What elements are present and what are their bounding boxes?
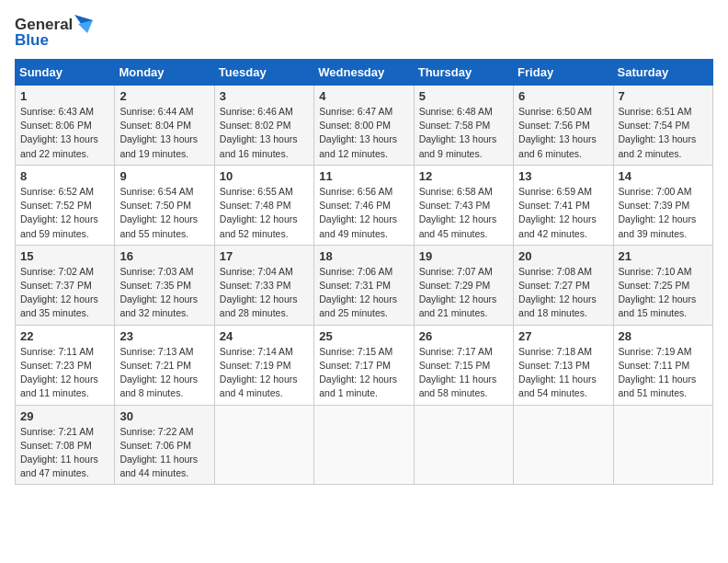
calendar-day-cell: 21Sunrise: 7:10 AMSunset: 7:25 PMDayligh… — [613, 245, 712, 325]
day-number: 25 — [319, 329, 408, 343]
day-number: 18 — [319, 249, 408, 263]
day-info: Sunrise: 6:50 AMSunset: 7:56 PMDaylight:… — [518, 105, 608, 161]
day-info: Sunrise: 7:04 AMSunset: 7:33 PMDaylight:… — [220, 265, 309, 321]
calendar-day-cell: 8Sunrise: 6:52 AMSunset: 7:52 PMDaylight… — [16, 165, 115, 245]
day-number: 4 — [319, 89, 408, 103]
day-info: Sunrise: 7:07 AMSunset: 7:29 PMDaylight:… — [419, 265, 508, 321]
day-number: 13 — [518, 169, 608, 183]
logo: General Blue — [15, 15, 93, 50]
calendar-week-row: 15Sunrise: 7:02 AMSunset: 7:37 PMDayligh… — [16, 245, 713, 325]
calendar-day-cell: 2Sunrise: 6:44 AMSunset: 8:04 PMDaylight… — [115, 86, 214, 166]
calendar-day-cell — [314, 405, 414, 485]
day-number: 1 — [20, 89, 109, 103]
day-info: Sunrise: 7:06 AMSunset: 7:31 PMDaylight:… — [319, 265, 408, 321]
day-number: 5 — [419, 89, 508, 103]
day-number: 8 — [20, 169, 109, 183]
calendar-day-cell — [214, 405, 313, 485]
day-number: 14 — [619, 169, 708, 183]
logo-bird-icon — [74, 15, 93, 35]
calendar-day-cell: 29Sunrise: 7:21 AMSunset: 7:08 PMDayligh… — [16, 405, 115, 485]
day-info: Sunrise: 6:55 AMSunset: 7:48 PMDaylight:… — [220, 185, 309, 241]
day-number: 23 — [119, 329, 209, 343]
day-number: 24 — [220, 329, 309, 343]
day-of-week-header: Monday — [115, 60, 214, 86]
day-number: 26 — [419, 329, 508, 343]
day-number: 30 — [119, 409, 209, 423]
day-info: Sunrise: 7:13 AMSunset: 7:21 PMDaylight:… — [119, 345, 209, 401]
calendar-day-cell: 14Sunrise: 7:00 AMSunset: 7:39 PMDayligh… — [613, 165, 712, 245]
day-info: Sunrise: 6:43 AMSunset: 8:06 PMDaylight:… — [20, 105, 109, 161]
calendar-header-row: SundayMondayTuesdayWednesdayThursdayFrid… — [16, 60, 713, 86]
calendar-day-cell: 1Sunrise: 6:43 AMSunset: 8:06 PMDaylight… — [16, 86, 115, 166]
calendar-table: SundayMondayTuesdayWednesdayThursdayFrid… — [15, 59, 713, 485]
calendar-day-cell: 3Sunrise: 6:46 AMSunset: 8:02 PMDaylight… — [214, 86, 313, 166]
calendar-week-row: 29Sunrise: 7:21 AMSunset: 7:08 PMDayligh… — [16, 405, 713, 485]
day-of-week-header: Wednesday — [314, 60, 414, 86]
day-of-week-header: Saturday — [613, 60, 712, 86]
logo-blue-text: Blue — [15, 31, 49, 50]
calendar-day-cell: 9Sunrise: 6:54 AMSunset: 7:50 PMDaylight… — [115, 165, 214, 245]
day-number: 28 — [619, 329, 708, 343]
day-info: Sunrise: 6:48 AMSunset: 7:58 PMDaylight:… — [419, 105, 508, 161]
day-info: Sunrise: 7:03 AMSunset: 7:35 PMDaylight:… — [119, 265, 209, 321]
day-number: 7 — [619, 89, 708, 103]
day-info: Sunrise: 6:44 AMSunset: 8:04 PMDaylight:… — [119, 105, 209, 161]
calendar-day-cell: 5Sunrise: 6:48 AMSunset: 7:58 PMDaylight… — [414, 86, 513, 166]
day-info: Sunrise: 7:17 AMSunset: 7:15 PMDaylight:… — [419, 345, 508, 401]
day-number: 17 — [220, 249, 309, 263]
day-info: Sunrise: 6:46 AMSunset: 8:02 PMDaylight:… — [220, 105, 309, 161]
calendar-day-cell: 6Sunrise: 6:50 AMSunset: 7:56 PMDaylight… — [514, 86, 613, 166]
calendar-day-cell: 28Sunrise: 7:19 AMSunset: 7:11 PMDayligh… — [613, 325, 712, 405]
day-info: Sunrise: 7:22 AMSunset: 7:06 PMDaylight:… — [119, 425, 209, 481]
day-info: Sunrise: 7:15 AMSunset: 7:17 PMDaylight:… — [319, 345, 408, 401]
day-number: 11 — [319, 169, 408, 183]
calendar-day-cell: 20Sunrise: 7:08 AMSunset: 7:27 PMDayligh… — [514, 245, 613, 325]
day-of-week-header: Thursday — [414, 60, 513, 86]
calendar-day-cell: 7Sunrise: 6:51 AMSunset: 7:54 PMDaylight… — [613, 86, 712, 166]
page-header: General Blue — [15, 15, 713, 50]
day-info: Sunrise: 6:54 AMSunset: 7:50 PMDaylight:… — [119, 185, 209, 241]
day-number: 20 — [518, 249, 608, 263]
day-of-week-header: Tuesday — [214, 60, 313, 86]
calendar-day-cell: 24Sunrise: 7:14 AMSunset: 7:19 PMDayligh… — [214, 325, 313, 405]
day-info: Sunrise: 7:18 AMSunset: 7:13 PMDaylight:… — [518, 345, 608, 401]
calendar-week-row: 1Sunrise: 6:43 AMSunset: 8:06 PMDaylight… — [16, 86, 713, 166]
calendar-day-cell: 17Sunrise: 7:04 AMSunset: 7:33 PMDayligh… — [214, 245, 313, 325]
day-of-week-header: Sunday — [16, 60, 115, 86]
calendar-day-cell: 12Sunrise: 6:58 AMSunset: 7:43 PMDayligh… — [414, 165, 513, 245]
calendar-day-cell: 4Sunrise: 6:47 AMSunset: 8:00 PMDaylight… — [314, 86, 414, 166]
calendar-day-cell: 11Sunrise: 6:56 AMSunset: 7:46 PMDayligh… — [314, 165, 414, 245]
day-info: Sunrise: 7:08 AMSunset: 7:27 PMDaylight:… — [518, 265, 608, 321]
calendar-day-cell: 13Sunrise: 6:59 AMSunset: 7:41 PMDayligh… — [514, 165, 613, 245]
calendar-day-cell: 23Sunrise: 7:13 AMSunset: 7:21 PMDayligh… — [115, 325, 214, 405]
day-info: Sunrise: 6:52 AMSunset: 7:52 PMDaylight:… — [20, 185, 109, 241]
day-number: 27 — [518, 329, 608, 343]
day-info: Sunrise: 7:02 AMSunset: 7:37 PMDaylight:… — [20, 265, 109, 321]
calendar-day-cell — [613, 405, 712, 485]
day-info: Sunrise: 7:14 AMSunset: 7:19 PMDaylight:… — [220, 345, 309, 401]
day-number: 21 — [619, 249, 708, 263]
calendar-day-cell: 26Sunrise: 7:17 AMSunset: 7:15 PMDayligh… — [414, 325, 513, 405]
day-info: Sunrise: 6:47 AMSunset: 8:00 PMDaylight:… — [319, 105, 408, 161]
day-info: Sunrise: 6:58 AMSunset: 7:43 PMDaylight:… — [419, 185, 508, 241]
calendar-day-cell — [514, 405, 613, 485]
calendar-day-cell: 30Sunrise: 7:22 AMSunset: 7:06 PMDayligh… — [115, 405, 214, 485]
calendar-week-row: 8Sunrise: 6:52 AMSunset: 7:52 PMDaylight… — [16, 165, 713, 245]
day-number: 3 — [220, 89, 309, 103]
calendar-week-row: 22Sunrise: 7:11 AMSunset: 7:23 PMDayligh… — [16, 325, 713, 405]
day-number: 10 — [220, 169, 309, 183]
day-info: Sunrise: 7:19 AMSunset: 7:11 PMDaylight:… — [619, 345, 708, 401]
day-number: 12 — [419, 169, 508, 183]
calendar-day-cell: 22Sunrise: 7:11 AMSunset: 7:23 PMDayligh… — [16, 325, 115, 405]
day-number: 19 — [419, 249, 508, 263]
calendar-day-cell: 19Sunrise: 7:07 AMSunset: 7:29 PMDayligh… — [414, 245, 513, 325]
day-of-week-header: Friday — [514, 60, 613, 86]
day-info: Sunrise: 6:59 AMSunset: 7:41 PMDaylight:… — [518, 185, 608, 241]
day-number: 16 — [119, 249, 209, 263]
calendar-day-cell: 27Sunrise: 7:18 AMSunset: 7:13 PMDayligh… — [514, 325, 613, 405]
day-number: 29 — [20, 409, 109, 423]
day-info: Sunrise: 7:11 AMSunset: 7:23 PMDaylight:… — [20, 345, 109, 401]
calendar-day-cell: 25Sunrise: 7:15 AMSunset: 7:17 PMDayligh… — [314, 325, 414, 405]
day-number: 15 — [20, 249, 109, 263]
calendar-day-cell: 18Sunrise: 7:06 AMSunset: 7:31 PMDayligh… — [314, 245, 414, 325]
